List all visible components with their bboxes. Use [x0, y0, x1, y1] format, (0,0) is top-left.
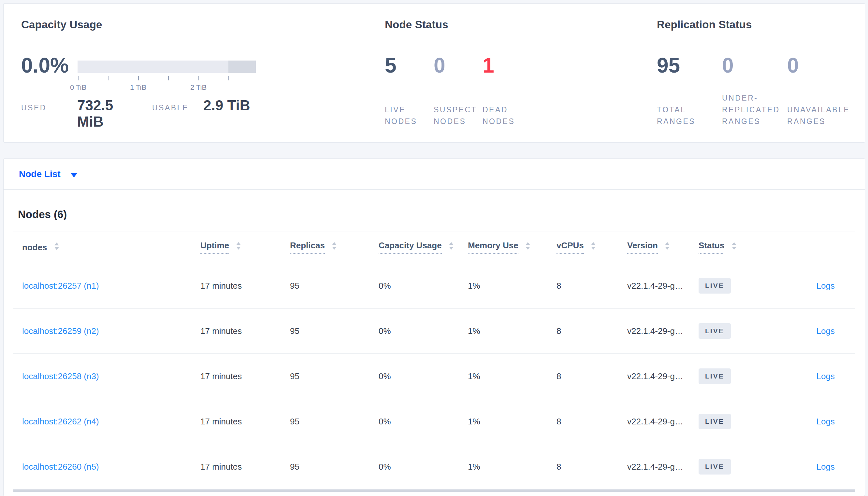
suspect-nodes-metric: 0 SUSPECT NODES — [434, 55, 482, 127]
version-cell: v22.1.4-29-g… — [627, 309, 699, 354]
unavailable-ranges-value: 0 — [787, 55, 852, 76]
uptime-cell: 17 minutes — [200, 399, 290, 444]
axis-tick — [78, 76, 78, 80]
status-badge: LIVE — [699, 278, 731, 294]
axis-tick-label: 1 TiB — [130, 83, 146, 92]
node-address-link[interactable]: localhost:26257 (n1) — [22, 281, 99, 291]
column-header-vcpus[interactable]: vCPUs — [556, 231, 627, 263]
sort-icon — [55, 243, 59, 250]
used-label: USED — [21, 104, 77, 112]
view-selector-dropdown[interactable]: Node List — [4, 159, 865, 190]
suspect-nodes-value: 0 — [434, 55, 482, 76]
node-address-link[interactable]: localhost:26260 (n5) — [22, 462, 99, 471]
axis-tick — [198, 76, 199, 80]
version-cell: v22.1.4-29-g… — [627, 354, 699, 399]
uptime-cell: 17 minutes — [200, 263, 290, 309]
column-header-logs — [777, 231, 855, 263]
node-address-link[interactable]: localhost:26258 (n3) — [22, 371, 99, 381]
nodes-table: nodes Uptime Replicas Capacity Usage — [13, 231, 855, 490]
table-bottom-divider — [13, 490, 855, 492]
capacity-used-percent: 0.0% — [21, 55, 77, 96]
axis-tick — [168, 76, 169, 80]
node-address-link[interactable]: localhost:26262 (n4) — [22, 417, 99, 427]
column-header-memory-use[interactable]: Memory Use — [468, 231, 556, 263]
status-badge: LIVE — [699, 368, 731, 384]
sort-icon — [332, 242, 336, 250]
sort-icon — [732, 242, 736, 250]
capacity-usage-cell: 0% — [379, 263, 468, 309]
capacity-usage-section: Capacity Usage 0.0% 0 TiB 1 TiB 2 TiB US… — [21, 4, 366, 142]
vcpus-cell: 8 — [556, 444, 627, 490]
logs-link[interactable]: Logs — [817, 281, 835, 291]
axis-tick — [228, 76, 229, 80]
view-selector-label: Node List — [19, 169, 61, 179]
nodes-table-body: localhost:26257 (n1) 17 minutes 95 0% 1%… — [13, 263, 855, 490]
logs-link[interactable]: Logs — [817, 371, 835, 381]
column-header-version[interactable]: Version — [627, 231, 699, 263]
uptime-cell: 17 minutes — [200, 354, 290, 399]
live-nodes-label: LIVE NODES — [385, 104, 434, 127]
memory-use-cell: 1% — [468, 354, 556, 399]
logs-link[interactable]: Logs — [817, 326, 835, 336]
replicas-cell: 95 — [290, 354, 379, 399]
cluster-summary-card: Capacity Usage 0.0% 0 TiB 1 TiB 2 TiB US… — [3, 3, 865, 142]
sort-icon — [449, 242, 453, 250]
node-address-link[interactable]: localhost:26259 (n2) — [22, 326, 99, 336]
capacity-usage-cell: 0% — [379, 444, 468, 490]
memory-use-cell: 1% — [468, 399, 556, 444]
replication-status-title: Replication Status — [657, 18, 752, 31]
under-replicated-ranges-label: UNDER-REPLICATED RANGES — [722, 92, 787, 127]
node-status-section: Node Status 5 LIVE NODES 0 SUSPECT NODES… — [385, 4, 642, 142]
axis-tick-label: 0 TiB — [70, 83, 86, 92]
memory-use-cell: 1% — [468, 263, 556, 309]
capacity-bar — [77, 61, 256, 73]
capacity-usage-title: Capacity Usage — [21, 18, 102, 31]
table-row: localhost:26259 (n2) 17 minutes 95 0% 1%… — [13, 309, 855, 354]
axis-tick-label: 2 TiB — [190, 83, 207, 92]
live-nodes-metric: 5 LIVE NODES — [385, 55, 434, 127]
suspect-nodes-label: SUSPECT NODES — [434, 104, 482, 127]
replication-status-section: Replication Status 95 TOTAL RANGES 0 UND… — [657, 4, 859, 142]
unavailable-ranges-label: UNAVAILABLE RANGES — [787, 104, 852, 127]
uptime-cell: 17 minutes — [200, 444, 290, 490]
usable-value: 2.9 TiB — [203, 97, 250, 113]
dead-nodes-metric: 1 DEAD NODES — [482, 55, 532, 127]
logs-link[interactable]: Logs — [817, 417, 835, 427]
sort-icon — [526, 242, 530, 250]
column-header-uptime[interactable]: Uptime — [200, 231, 290, 263]
live-nodes-value: 5 — [385, 55, 434, 76]
sort-icon — [236, 242, 241, 250]
capacity-bar-highlight-segment — [228, 61, 256, 73]
dead-nodes-value: 1 — [482, 55, 532, 76]
table-header-row: nodes Uptime Replicas Capacity Usage — [13, 231, 855, 263]
logs-link[interactable]: Logs — [817, 462, 835, 471]
chevron-down-icon — [70, 173, 77, 177]
under-replicated-ranges-metric: 0 UNDER-REPLICATED RANGES — [722, 55, 787, 127]
memory-use-cell: 1% — [468, 309, 556, 354]
column-header-replicas[interactable]: Replicas — [290, 231, 379, 263]
table-row: localhost:26260 (n5) 17 minutes 95 0% 1%… — [13, 444, 855, 490]
column-header-status[interactable]: Status — [699, 231, 777, 263]
capacity-stats: USED 732.5 MiB USABLE 2.9 TiB — [21, 97, 250, 130]
status-badge: LIVE — [699, 459, 731, 475]
column-header-nodes[interactable]: nodes — [13, 231, 200, 263]
version-cell: v22.1.4-29-g… — [627, 263, 699, 309]
total-ranges-value: 95 — [657, 55, 722, 76]
vcpus-cell: 8 — [556, 399, 627, 444]
node-status-title: Node Status — [385, 18, 448, 31]
nodes-section-title: Nodes (6) — [18, 208, 855, 221]
replicas-cell: 95 — [290, 399, 379, 444]
node-list-card: Node List Nodes (6) nodes Uptime — [3, 158, 865, 496]
capacity-bar-chart: 0 TiB 1 TiB 2 TiB — [77, 61, 256, 96]
version-cell: v22.1.4-29-g… — [627, 399, 699, 444]
version-cell: v22.1.4-29-g… — [627, 444, 699, 490]
used-value: 732.5 MiB — [77, 97, 143, 130]
replicas-cell: 95 — [290, 263, 379, 309]
vcpus-cell: 8 — [556, 354, 627, 399]
axis-tick — [138, 76, 139, 80]
capacity-usage-cell: 0% — [379, 354, 468, 399]
capacity-usage-cell: 0% — [379, 309, 468, 354]
table-row: localhost:26258 (n3) 17 minutes 95 0% 1%… — [13, 354, 855, 399]
column-header-capacity-usage[interactable]: Capacity Usage — [379, 231, 468, 263]
total-ranges-metric: 95 TOTAL RANGES — [657, 55, 722, 127]
